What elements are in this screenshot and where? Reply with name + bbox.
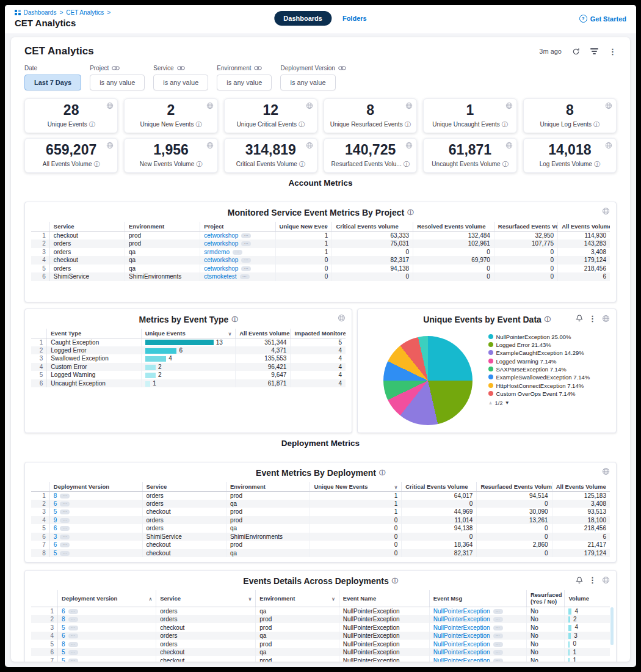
page-down-icon[interactable]: ▼ — [505, 400, 510, 406]
globe-icon[interactable] — [405, 142, 413, 149]
tab-folders[interactable]: Folders — [342, 15, 367, 22]
legend-item[interactable]: Logged Warning 7.14% — [488, 358, 591, 365]
info-icon[interactable]: ⓘ — [299, 161, 305, 167]
bar[interactable] — [145, 356, 166, 362]
project-link[interactable]: cetworkshop — [204, 265, 238, 272]
col-environment[interactable]: Environment — [125, 222, 200, 232]
more-icon[interactable]: ⋯ — [493, 650, 503, 655]
kebab-menu-icon[interactable]: ⋮ — [609, 47, 617, 56]
more-icon[interactable]: ⋯ — [493, 642, 503, 647]
project-link[interactable]: cetworkshop — [204, 257, 238, 263]
event-msg-link[interactable]: NullPointerException — [433, 657, 490, 662]
info-icon[interactable]: ⓘ — [405, 122, 411, 128]
legend-item[interactable]: ExampleCaughtException 14.29% — [488, 349, 591, 357]
info-icon[interactable]: ⓘ — [392, 578, 398, 584]
project-filter-button[interactable]: is any value — [90, 75, 145, 90]
deployment-version-link[interactable]: 5 — [54, 508, 57, 515]
col-unique-events[interactable]: ∨Unique Events — [141, 329, 236, 338]
more-icon[interactable]: ⋯ — [68, 650, 78, 655]
more-icon[interactable]: ⋯ — [68, 617, 78, 622]
get-started-link[interactable]: ? Get Started — [579, 15, 626, 23]
more-icon[interactable]: ⋯ — [60, 509, 70, 514]
project-link[interactable]: cetworkshop — [204, 232, 238, 239]
bar[interactable] — [145, 348, 177, 354]
globe-icon[interactable] — [106, 142, 114, 149]
bell-icon[interactable] — [576, 315, 583, 322]
col-deployment-version[interactable]: Deployment Version — [49, 482, 142, 492]
col-volume[interactable]: Volume — [565, 590, 610, 607]
more-icon[interactable]: ⋯ — [60, 526, 70, 531]
col-service[interactable]: Service — [49, 222, 125, 232]
col-event-type[interactable]: Event Type — [47, 329, 142, 338]
info-icon[interactable]: ⓘ — [545, 316, 551, 323]
globe-icon[interactable] — [405, 102, 413, 109]
info-icon[interactable]: ⓘ — [93, 161, 100, 167]
info-icon[interactable]: ⓘ — [593, 122, 599, 128]
col-all-events-volume[interactable]: All Events Volume — [558, 222, 610, 232]
info-icon[interactable]: ⓘ — [594, 161, 600, 167]
col-impacted-monitored-services[interactable]: Impacted Monitored Services — [291, 329, 346, 338]
globe-icon[interactable] — [605, 102, 612, 109]
more-icon[interactable]: ⋯ — [493, 626, 503, 630]
col-event-name[interactable]: Event Name — [339, 590, 429, 607]
col-unique-new-events[interactable]: ∨Unique New Ever — [275, 222, 332, 232]
legend-item[interactable]: Custom OverOps Event 7.14% — [488, 390, 591, 398]
legend-item[interactable]: HttpHostConnectException 7.14% — [488, 382, 591, 390]
deployment-version-link[interactable]: 5 — [62, 624, 65, 631]
more-icon[interactable]: ⋯ — [60, 502, 70, 506]
event-msg-link[interactable]: NullPointerException — [433, 632, 490, 639]
col-unique-new-events[interactable]: ∨Unique New Events — [310, 482, 402, 492]
more-icon[interactable]: ⋯ — [233, 250, 242, 255]
event-msg-link[interactable]: NullPointerException — [433, 649, 490, 656]
bar[interactable] — [145, 381, 151, 387]
event-msg-link[interactable]: NullPointerException — [433, 624, 490, 631]
deployment-version-link[interactable]: 6 — [62, 632, 65, 639]
info-icon[interactable]: ⓘ — [379, 470, 385, 476]
environment-filter-button[interactable]: is any value — [217, 75, 272, 90]
more-icon[interactable]: ⋯ — [241, 258, 251, 263]
breadcrumb-current[interactable]: CET Analytics — [66, 9, 104, 16]
bar[interactable] — [145, 340, 214, 345]
col-all-events-volume[interactable]: All Events Volume — [552, 482, 610, 492]
deployment-version-link[interactable]: 6 — [62, 608, 65, 615]
deployment-version-link[interactable]: 5 — [54, 550, 57, 557]
col-resurfaced[interactable]: Resurfaced(Yes / No) — [526, 590, 565, 607]
service-filter-button[interactable]: is any value — [153, 75, 208, 90]
more-icon[interactable]: ⋯ — [68, 626, 78, 630]
col-service[interactable]: Service — [142, 482, 226, 492]
info-icon[interactable]: ⓘ — [89, 122, 95, 128]
globe-icon[interactable] — [602, 207, 610, 215]
info-icon[interactable]: ⓘ — [196, 161, 202, 167]
col-project[interactable]: Project — [200, 222, 275, 232]
col-critical-events-volume[interactable]: Critical Events Volume — [332, 222, 413, 232]
bar[interactable] — [145, 365, 156, 370]
more-icon[interactable]: ⋯ — [240, 274, 250, 279]
more-icon[interactable]: ⋯ — [60, 551, 70, 556]
col-environment[interactable]: ∨Environment — [256, 590, 339, 607]
col-service[interactable]: ∨Service — [156, 590, 256, 607]
info-icon[interactable]: ⓘ — [502, 122, 508, 128]
globe-icon[interactable] — [505, 102, 513, 109]
kebab-menu-icon[interactable]: ⋮ — [588, 314, 596, 323]
col-deployment-version[interactable]: ∧Deployment Version — [58, 590, 156, 607]
info-icon[interactable]: ⓘ — [404, 161, 410, 167]
info-icon[interactable]: ⓘ — [231, 316, 237, 323]
bell-icon[interactable] — [576, 577, 583, 584]
legend-item[interactable]: Logged Error 21.43% — [488, 341, 591, 349]
col-environment[interactable]: Environment — [226, 482, 310, 492]
pie-chart[interactable] — [383, 336, 473, 425]
globe-icon[interactable] — [338, 314, 346, 322]
globe-icon[interactable] — [306, 102, 313, 109]
date-filter-button[interactable]: Last 7 Days — [24, 75, 81, 90]
globe-icon[interactable] — [206, 102, 214, 109]
event-msg-link[interactable]: NullPointerException — [433, 641, 490, 648]
more-icon[interactable]: ⋯ — [68, 609, 78, 614]
info-icon[interactable]: ⓘ — [407, 210, 413, 216]
globe-icon[interactable] — [106, 102, 114, 109]
info-icon[interactable]: ⓘ — [299, 122, 305, 128]
more-icon[interactable]: ⋯ — [60, 535, 70, 539]
info-icon[interactable]: ⓘ — [195, 122, 201, 128]
legend-item[interactable]: SAXParseException 7.14% — [488, 366, 591, 373]
event-msg-link[interactable]: NullPointerException — [433, 616, 490, 623]
more-icon[interactable]: ⋯ — [241, 241, 251, 246]
